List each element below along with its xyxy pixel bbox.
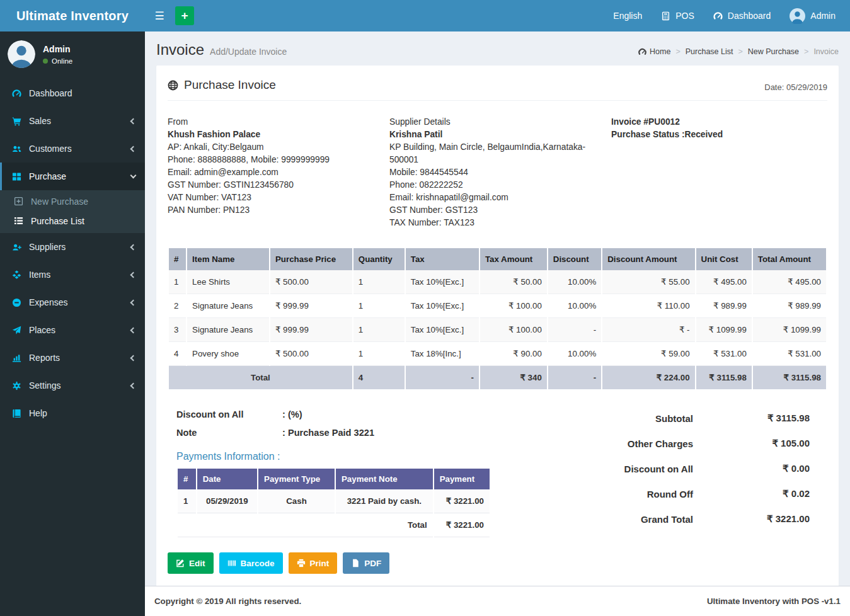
sidebar-subitem-label: New Purchase [31,197,88,207]
items-cell: Lee Shirts [187,270,269,294]
user-avatar-icon [8,40,35,68]
sidebar-item-customers[interactable]: Customers [0,135,145,163]
payments-cell: 3221 Paid by cash. [336,489,433,513]
items-cell: Tax 10%[Exc.] [406,318,479,342]
chevron-left-icon [130,118,137,124]
button-label: Print [310,559,330,568]
quick-add-button[interactable]: + [175,6,194,25]
edit-icon [176,559,185,568]
sidebar-item-sales[interactable]: Sales [0,107,145,135]
breadcrumb-separator: > [738,47,742,56]
chevron-left-icon [130,327,137,333]
summary-value: ₹ 3221.00 [693,513,810,525]
edit-button[interactable]: Edit [168,552,214,574]
summary-label: Other Charges [563,438,693,449]
payments-col-date: Date [197,469,257,489]
sidebar-item-dashboard[interactable]: Dashboard [0,79,145,107]
sidebar-item-settings[interactable]: Settings [0,372,145,399]
pdf-button[interactable]: PDF [343,552,389,574]
payments-cell: ₹ 3221.00 [434,489,490,513]
items-cell: 1 [169,270,186,294]
breadcrumb-item-purchase-list[interactable]: Purchase List [686,47,733,56]
nav-item-dashboard[interactable]: Dashboard [704,0,781,31]
top-navbar: ☰ + EnglishPOSDashboardAdmin [145,0,850,31]
items-cell: ₹ 999.99 [270,294,352,318]
nav-item-label: POS [675,11,694,21]
payments-total-label: Total [178,513,433,537]
items-cell: ₹ 110.00 [602,294,694,318]
page-subtitle: Add/Update Invoice [210,47,287,57]
copyright-text: Copyright © 2019 All rights reserved. [154,596,301,606]
nav-item-english[interactable]: English [604,0,652,31]
breadcrumb-label: Home [650,47,670,56]
chevron-left-icon [130,355,137,361]
barcode-icon [227,559,236,568]
items-cell: ₹ 495.00 [696,270,752,294]
items-cell: 3 [169,318,186,342]
items-total-tax: - [406,366,479,389]
items-cell: ₹ 90.00 [480,342,547,366]
sidebar-item-items[interactable]: Items [0,261,145,288]
sidebar-item-label: Expenses [29,297,67,307]
sidebar-item-purchase-list[interactable]: Purchase List [0,211,145,231]
items-col-total-amount: Total Amount [753,248,826,270]
sidebar-item-reports[interactable]: Reports [0,344,145,372]
items-cell: ₹ 989.99 [696,294,752,318]
items-cell: Tax 10%[Exc.] [406,270,479,294]
chevron-down-icon [130,172,137,178]
page-title: InvoiceAdd/Update Invoice [156,41,287,59]
sidebar-item-help[interactable]: Help [0,399,145,427]
from-block: From Khush Fashion Palace AP: Ankali, Ci… [168,116,389,229]
items-cell: ₹ 500.00 [270,270,352,294]
chevron-left-icon [130,299,137,305]
payments-cell: 1 [178,489,196,513]
supplier-block: Supplier Details Krishna Patil KP Buildi… [389,116,611,229]
menu-toggle-icon[interactable]: ☰ [145,0,174,31]
sidebar-item-purchase[interactable]: Purchase [0,163,145,190]
items-cell: ₹ 59.00 [602,342,694,366]
breadcrumb: Home>Purchase List>New Purchase>Invoice [638,47,839,56]
items-cell: ₹ 50.00 [480,270,547,294]
breadcrumb-item-home[interactable]: Home [638,47,670,56]
items-cell: ₹ 1099.99 [753,318,826,342]
breadcrumb-item-new-purchase[interactable]: New Purchase [748,47,799,56]
nav-item-admin[interactable]: Admin [780,0,845,31]
info-line: Phone: 8888888888, Mobile: 9999999999 [168,154,374,166]
brand-logo[interactable]: Ultimate Inventory [0,0,145,31]
items-col-num: # [169,248,186,270]
items-col-tax: Tax [406,248,479,270]
items-cell: Signature Jeans [187,318,269,342]
supplier-name: Krishna Patil [389,128,600,141]
card-title-label: Purchase Invoice [184,78,276,92]
breadcrumb-label: Purchase List [686,47,733,56]
user-plus-icon [9,242,23,252]
items-cell: ₹ 495.00 [753,270,826,294]
payments-table: #DatePayment TypePayment NotePayment 105… [176,469,491,537]
gauge-icon [638,48,646,56]
sidebar-item-expenses[interactable]: Expenses [0,288,145,316]
info-line: Phone: 082222252 [389,179,600,191]
totals-summary: Subtotal₹ 3115.98Other Charges₹ 105.00Di… [563,406,810,537]
items-cell: Tax 18%[Inc.] [406,342,479,366]
sidebar-item-label: Purchase [29,171,66,181]
summary-value: ₹ 105.00 [693,438,810,449]
items-cell: 1 [353,294,405,318]
print-icon [297,559,306,568]
items-cell: ₹ 531.00 [753,342,826,366]
nav-item-pos[interactable]: POS [652,0,704,31]
items-cell: ₹ 100.00 [480,318,547,342]
barcode-button[interactable]: Barcode [219,552,283,574]
info-line: GST Number: GSTIN123456780 [168,179,374,191]
chevron-left-icon [130,382,137,389]
sidebar-item-new-purchase[interactable]: New Purchase [0,191,145,211]
print-button[interactable]: Print [289,552,338,574]
gauge-icon [9,89,23,98]
items-cell: ₹ 531.00 [696,342,752,366]
summary-label: Subtotal [563,413,693,424]
user-panel: Admin Online [0,31,145,78]
items-col-discount: Discount [548,248,601,270]
summary-row-round-off: Round Off₹ 0.02 [563,481,810,506]
sidebar-item-places[interactable]: Places [0,316,145,344]
sidebar-item-suppliers[interactable]: Suppliers [0,233,145,261]
items-col-discount-amount: Discount Amount [602,248,694,270]
